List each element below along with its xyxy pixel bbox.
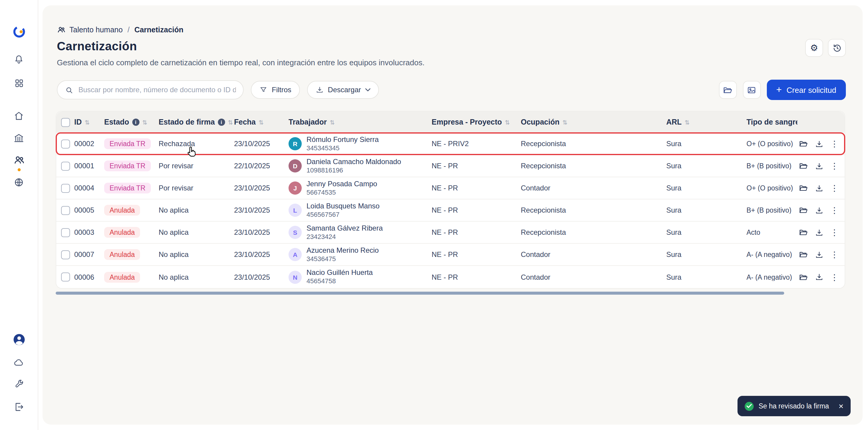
horizontal-scrollbar[interactable] [56,291,784,295]
col-tipo-sangre[interactable]: Tipo de sangre⇅ [746,118,797,126]
user-profile-button[interactable] [9,332,29,347]
notification-dot [18,168,20,171]
image-icon [746,85,757,95]
breadcrumb-section[interactable]: Talento humano [69,26,123,34]
row-checkbox[interactable] [61,161,70,171]
worker-name: Nacio Guillén Huerta [307,268,373,277]
status-badge: Anulada [104,249,140,260]
table-row[interactable]: 00004 Enviada TR Por revisar 23/10/2025 … [56,177,845,199]
page-subtitle: Gestiona el ciclo completo de carnetizac… [57,58,425,67]
col-arl[interactable]: ARL⇅ [666,118,746,126]
toast-close-icon[interactable]: × [839,402,843,410]
col-empresa-label: Empresa - Proyecto [432,118,502,126]
select-all-checkbox[interactable] [61,118,70,127]
col-trabajador[interactable]: Trabajador⇅ [288,118,432,126]
search-input[interactable] [79,86,236,94]
cloud-status-button[interactable] [9,355,29,370]
status-badge: Anulada [104,272,140,282]
history-button[interactable] [828,39,846,57]
row-kebab-menu-button[interactable]: ⋮ [830,273,839,281]
row-download-button[interactable] [815,139,824,148]
folder-icon [799,161,808,171]
cell-company-project: NE - PR [432,250,521,259]
cell-company-project: NE - PR [432,184,521,192]
create-request-button[interactable]: + Crear solicitud [767,80,846,100]
col-empresa-proyecto[interactable]: Empresa - Proyecto⇅ [432,118,521,126]
page-title: Carnetización [57,39,137,53]
row-checkbox[interactable] [61,206,70,215]
table-row[interactable]: 00002 Enviada TR Rechazada 23/10/2025 R … [56,133,845,155]
cell-signature-status: Por revisar [159,184,234,192]
settings-tools-button[interactable] [9,376,29,392]
status-badge: Anulada [104,227,140,238]
table-row[interactable]: 00001 Enviada TR Por revisar 22/10/2025 … [56,155,845,177]
row-folder-button[interactable] [799,227,808,237]
row-kebab-menu-button[interactable]: ⋮ [830,184,839,192]
row-download-button[interactable] [815,250,824,259]
cell-arl: Sura [666,140,746,148]
row-folder-button[interactable] [799,139,808,149]
row-folder-button[interactable] [799,206,808,215]
avatar: A [288,248,302,261]
download-icon [815,273,824,281]
col-estado[interactable]: Estadoi⇅ [104,118,159,126]
table-row[interactable]: 00005 Anulada No aplica 23/10/2025 L Loi… [56,199,845,222]
row-checkbox[interactable] [61,139,70,148]
row-checkbox[interactable] [61,228,70,237]
folder-icon [799,272,808,282]
row-folder-button[interactable] [799,161,808,171]
row-folder-button[interactable] [799,183,808,193]
search-bar[interactable] [57,80,244,99]
filters-button[interactable]: Filtros [251,81,300,99]
logout-button[interactable] [9,399,29,414]
cell-occupation: Contador [521,184,666,192]
folder-view-button[interactable] [719,81,737,99]
create-request-label: Crear solicitud [786,85,836,94]
row-download-button[interactable] [815,228,824,237]
search-icon [65,85,74,94]
row-checkbox[interactable] [61,184,70,192]
row-kebab-menu-button[interactable]: ⋮ [830,140,839,148]
row-folder-button[interactable] [799,250,808,259]
worker-name: Loida Busquets Manso [307,202,379,211]
table-row[interactable]: 00007 Anulada No aplica 23/10/2025 A Azu… [56,244,845,266]
download-dropdown-button[interactable]: Descargar [307,81,379,99]
avatar: N [288,270,302,283]
row-kebab-menu-button[interactable]: ⋮ [830,250,839,259]
row-kebab-menu-button[interactable]: ⋮ [830,162,839,170]
avatar: S [288,226,302,239]
sidebar-item-talento-humano[interactable] [9,152,29,168]
row-kebab-menu-button[interactable]: ⋮ [830,206,839,214]
table-row[interactable]: 00006 Anulada No aplica 23/10/2025 N Nac… [56,266,845,288]
col-estado-firma[interactable]: Estado de firmai⇅ [159,118,234,126]
info-icon[interactable]: i [132,119,139,126]
row-checkbox[interactable] [61,273,70,281]
row-checkbox[interactable] [61,250,70,259]
notifications-button[interactable] [9,52,29,67]
cell-blood-type: A- (A negativo) [746,273,797,281]
card-gallery-button[interactable] [743,81,761,99]
cell-arl: Sura [666,184,746,192]
sidebar-item-home[interactable] [9,108,29,123]
folder-icon [799,183,808,193]
col-id[interactable]: ID⇅ [74,118,104,126]
col-fecha-label: Fecha [234,118,256,126]
row-download-button[interactable] [815,161,824,171]
cloud-icon [13,357,25,368]
col-ocupacion[interactable]: Ocupación⇅ [521,118,666,126]
row-download-button[interactable] [815,273,824,281]
row-download-button[interactable] [815,206,824,215]
row-folder-button[interactable] [799,272,808,282]
table-row[interactable]: 00003 Anulada No aplica 23/10/2025 S Sam… [56,222,845,244]
col-fecha[interactable]: Fecha⇅ [234,118,288,126]
row-download-button[interactable] [815,184,824,192]
cell-date: 23/10/2025 [234,250,288,259]
apps-button[interactable] [9,75,29,91]
settings-button[interactable]: ⚙ [805,39,823,57]
row-kebab-menu-button[interactable]: ⋮ [830,228,839,237]
folder-icon [799,139,808,149]
sidebar-item-company[interactable] [9,130,29,146]
table-header: ID⇅ Estadoi⇅ Estado de firmai⇅ Fecha⇅ Tr… [56,112,845,133]
info-icon[interactable]: i [218,119,225,126]
sidebar-item-globe[interactable] [9,174,29,190]
